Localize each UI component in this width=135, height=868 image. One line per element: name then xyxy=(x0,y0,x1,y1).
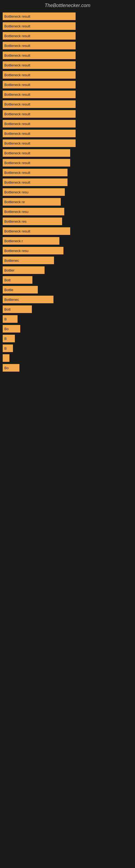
bottleneck-bar[interactable]: Bottleneck result xyxy=(3,12,76,20)
bar-row: Bottle xyxy=(3,286,132,293)
bar-row: Bottleneck result xyxy=(3,149,132,157)
bar-row: Bottlenec xyxy=(3,296,132,303)
bottleneck-bar[interactable]: Bottleneck result xyxy=(3,100,76,108)
bar-row: Bottleneck result xyxy=(3,110,132,118)
bar-row: Bottleneck result xyxy=(3,42,132,50)
bar-row: Bottleneck result xyxy=(3,12,132,20)
bar-row: B xyxy=(3,315,132,323)
bar-row: Bottleneck resu xyxy=(3,208,132,215)
bar-row: Bottlenec xyxy=(3,257,132,264)
bottleneck-bar[interactable]: Bottleneck result xyxy=(3,159,70,166)
bottleneck-bar[interactable]: Bottleneck resu xyxy=(3,188,65,196)
bottleneck-bar[interactable]: Bott xyxy=(3,305,32,313)
bottleneck-bar[interactable]: Bottleneck result xyxy=(3,110,76,118)
bottleneck-bar[interactable]: Bottleneck result xyxy=(3,61,76,69)
bar-row: Bottleneck result xyxy=(3,52,132,59)
bottleneck-bar[interactable]: Bottleneck result xyxy=(3,227,70,235)
bottleneck-bar[interactable]: Bott xyxy=(3,276,32,284)
bottleneck-bar[interactable]: Bottleneck result xyxy=(3,81,76,88)
bottleneck-bar[interactable]: B xyxy=(3,335,15,342)
bar-row: Bo xyxy=(3,325,132,333)
bar-row: Bottleneck result xyxy=(3,91,132,98)
bar-row: Bottleneck result xyxy=(3,159,132,166)
bar-row: Bottleneck result xyxy=(3,179,132,186)
bottleneck-bar[interactable]: Bottleneck result xyxy=(3,22,76,30)
bottleneck-bar[interactable]: Bottleneck result xyxy=(3,71,76,79)
bar-row: Bottleneck result xyxy=(3,169,132,176)
bottleneck-bar[interactable]: Bottleneck resu xyxy=(3,247,63,254)
bar-row: Bo xyxy=(3,364,132,372)
bottleneck-bar[interactable]: Bo xyxy=(3,325,20,333)
bottleneck-bar[interactable]: Bottleneck r xyxy=(3,237,59,245)
bar-row: Bottleneck resu xyxy=(3,247,132,254)
bar-row: B xyxy=(3,344,132,352)
site-title: TheBottlenecker.com xyxy=(0,0,135,12)
bottleneck-bar[interactable]: Bo xyxy=(3,364,19,372)
bar-row: Bott xyxy=(3,305,132,313)
bar-row: Bottleneck result xyxy=(3,140,132,147)
bar-row: Bottleneck res xyxy=(3,218,132,225)
bar-row: Bottleneck result xyxy=(3,81,132,88)
bar-row: Bottleneck resu xyxy=(3,188,132,196)
bar-row: Bottleneck result xyxy=(3,32,132,40)
bottleneck-bar[interactable]: B xyxy=(3,315,17,323)
bottleneck-bar[interactable]: Bottleneck result xyxy=(3,169,68,176)
bar-row: Bottleneck r xyxy=(3,237,132,245)
bottleneck-bar[interactable]: Bottleneck result xyxy=(3,130,76,137)
bar-row: Bottleneck result xyxy=(3,61,132,69)
bottleneck-bar[interactable]: B xyxy=(3,344,13,352)
bar-row: Bottleneck result xyxy=(3,71,132,79)
bar-row: Bottleneck re xyxy=(3,198,132,206)
bar-row: B xyxy=(3,335,132,342)
bar-row: Bottleneck result xyxy=(3,120,132,127)
bar-row: Bottler xyxy=(3,267,132,274)
bottleneck-bar[interactable]: Bottleneck result xyxy=(3,120,76,127)
bar-row: Bottleneck result xyxy=(3,130,132,137)
bottleneck-bar[interactable]: Bottler xyxy=(3,267,45,274)
bars-container: Bottleneck resultBottleneck resultBottle… xyxy=(0,12,135,374)
bottleneck-bar[interactable]: Bottleneck result xyxy=(3,32,76,40)
bar-row: Bottleneck result xyxy=(3,100,132,108)
bar-row: Bott xyxy=(3,276,132,284)
bar-row xyxy=(3,354,132,362)
bottleneck-bar[interactable]: Bottle xyxy=(3,286,38,293)
bottleneck-bar[interactable]: Bottleneck result xyxy=(3,91,76,98)
bottleneck-bar[interactable]: Bottleneck resu xyxy=(3,208,64,215)
bottleneck-bar[interactable]: Bottlenec xyxy=(3,296,53,303)
bottleneck-bar[interactable]: Bottleneck result xyxy=(3,149,70,157)
bottleneck-bar[interactable]: Bottleneck result xyxy=(3,179,68,186)
bottleneck-bar[interactable]: Bottleneck re xyxy=(3,198,61,206)
bottleneck-bar[interactable]: Bottleneck result xyxy=(3,52,76,59)
bottleneck-bar[interactable]: Bottlenec xyxy=(3,257,54,264)
bar-row: Bottleneck result xyxy=(3,22,132,30)
bar-row: Bottleneck result xyxy=(3,227,132,235)
bottleneck-bar[interactable]: Bottleneck res xyxy=(3,218,62,225)
bottleneck-bar[interactable]: Bottleneck result xyxy=(3,42,76,50)
bottleneck-bar[interactable] xyxy=(3,354,9,362)
bottleneck-bar[interactable]: Bottleneck result xyxy=(3,140,76,147)
